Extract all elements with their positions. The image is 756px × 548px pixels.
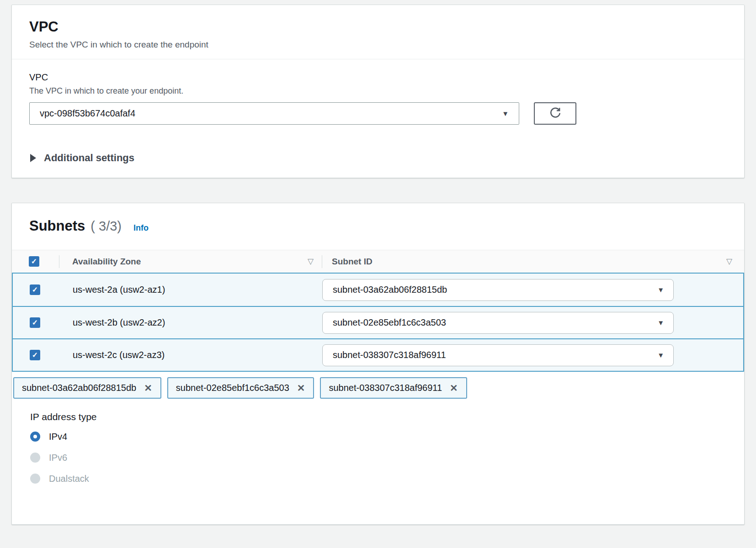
subnets-count: ( 3/3) — [91, 219, 122, 234]
caret-down-icon: ▼ — [657, 286, 664, 293]
chip-label: subnet-02e85ebf1c6c3a503 — [176, 383, 289, 393]
radio-option-ipv6: IPv6 — [30, 451, 727, 464]
selected-subnet-chips: subnet-03a62ab06f28815db ✕ subnet-02e85e… — [12, 372, 744, 399]
radio-disabled-icon — [30, 453, 40, 463]
vpc-card-header: VPC Select the VPC in which to create th… — [12, 5, 744, 59]
check-icon: ✓ — [32, 319, 38, 327]
availability-zone-cell: us-west-2b (usw2-az2) — [60, 317, 322, 328]
info-link[interactable]: Info — [133, 223, 149, 233]
subnet-chip: subnet-038307c318af96911 ✕ — [320, 377, 467, 399]
availability-zone-cell: us-west-2a (usw2-az1) — [60, 285, 322, 295]
caret-down-icon: ▼ — [657, 319, 664, 326]
subnets-card-title: Subnets — [29, 218, 85, 234]
radio-label: Dualstack — [49, 474, 89, 484]
table-row: ✓ us-west-2a (usw2-az1) subnet-03a62ab06… — [13, 274, 743, 306]
select-all-checkbox[interactable]: ✓ — [29, 256, 39, 267]
row-checkbox[interactable]: ✓ — [30, 317, 40, 328]
sort-icon[interactable]: ▽ — [726, 257, 732, 266]
vpc-card-title: VPC — [29, 19, 727, 35]
radio-selected-icon[interactable] — [30, 432, 40, 442]
subnet-select[interactable]: subnet-038307c318af96911 ▼ — [322, 344, 674, 366]
vpc-field-section: VPC The VPC in which to create your endp… — [12, 59, 744, 140]
radio-disabled-icon — [30, 474, 40, 484]
vpc-field-description: The VPC in which to create your endpoint… — [29, 86, 727, 96]
ip-address-type-label: IP address type — [30, 411, 727, 422]
subnets-section-card: Subnets ( 3/3) Info ✓ Availability Zone … — [11, 203, 745, 525]
refresh-icon — [549, 106, 562, 121]
caret-down-icon: ▼ — [502, 110, 509, 117]
close-icon[interactable]: ✕ — [297, 383, 305, 393]
radio-option-ipv4[interactable]: IPv4 — [30, 430, 727, 443]
row-checkbox[interactable]: ✓ — [30, 350, 40, 360]
availability-zone-cell: us-west-2c (usw2-az3) — [60, 350, 322, 360]
expander-triangle-icon — [30, 154, 36, 162]
column-header-subnet-id: Subnet ID — [332, 257, 373, 267]
subnet-select-value: subnet-03a62ab06f28815db — [333, 285, 447, 295]
column-header-availability-zone: Availability Zone — [72, 257, 141, 267]
subnet-select-value: subnet-038307c318af96911 — [333, 350, 446, 360]
radio-option-dualstack: Dualstack — [30, 472, 727, 485]
close-icon[interactable]: ✕ — [144, 383, 152, 393]
subnets-card-header: Subnets ( 3/3) Info — [12, 203, 744, 250]
subnet-select[interactable]: subnet-02e85ebf1c6c3a503 ▼ — [322, 312, 674, 334]
subnets-table-header: ✓ Availability Zone ▽ Subnet ID ▽ — [12, 250, 744, 273]
chip-label: subnet-03a62ab06f28815db — [22, 383, 136, 393]
ip-address-type-section: IP address type IPv4 IPv6 Dualstack — [12, 399, 744, 524]
sort-icon[interactable]: ▽ — [308, 257, 314, 266]
check-icon: ✓ — [32, 286, 38, 294]
vpc-select-value: vpc-098f53b674c0afaf4 — [40, 108, 135, 119]
additional-settings-expander[interactable]: Additional settings — [12, 140, 744, 178]
vpc-section-card: VPC Select the VPC in which to create th… — [11, 5, 745, 178]
subnet-chip: subnet-03a62ab06f28815db ✕ — [13, 377, 161, 399]
chip-label: subnet-038307c318af96911 — [329, 383, 442, 393]
table-row: ✓ us-west-2b (usw2-az2) subnet-02e85ebf1… — [13, 306, 743, 338]
radio-label: IPv4 — [49, 432, 67, 442]
caret-down-icon: ▼ — [657, 352, 664, 358]
subnets-table-body: ✓ us-west-2a (usw2-az1) subnet-03a62ab06… — [12, 273, 744, 372]
subnet-chip: subnet-02e85ebf1c6c3a503 ✕ — [167, 377, 314, 399]
additional-settings-label: Additional settings — [44, 152, 134, 164]
close-icon[interactable]: ✕ — [450, 383, 458, 393]
radio-label: IPv6 — [49, 453, 67, 463]
subnet-select-value: subnet-02e85ebf1c6c3a503 — [333, 317, 446, 328]
check-icon: ✓ — [31, 258, 37, 265]
vpc-select[interactable]: vpc-098f53b674c0afaf4 ▼ — [29, 102, 519, 125]
table-row: ✓ us-west-2c (usw2-az3) subnet-038307c31… — [13, 338, 743, 371]
check-icon: ✓ — [32, 352, 38, 359]
vpc-field-label: VPC — [29, 72, 727, 83]
vpc-card-subtitle: Select the VPC in which to create the en… — [29, 40, 727, 50]
subnet-select[interactable]: subnet-03a62ab06f28815db ▼ — [322, 279, 674, 301]
refresh-button[interactable] — [534, 102, 576, 125]
row-checkbox[interactable]: ✓ — [30, 285, 40, 295]
